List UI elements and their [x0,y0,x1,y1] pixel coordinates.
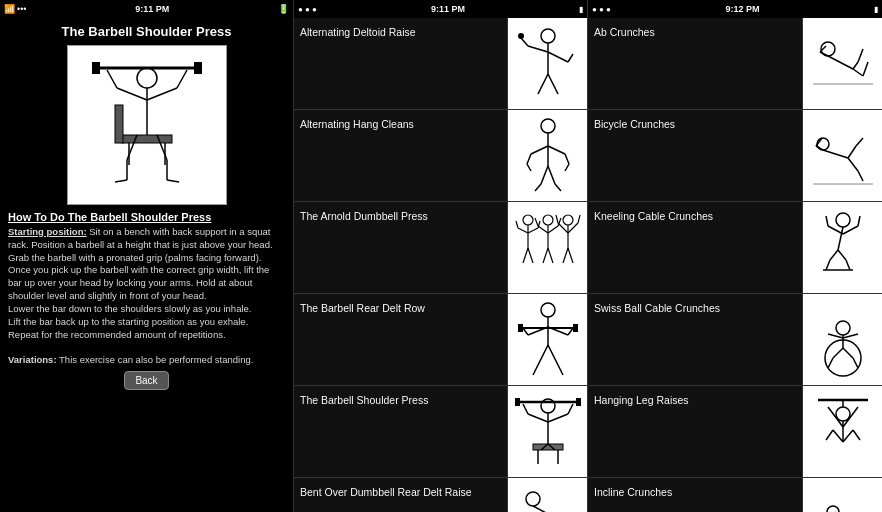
svg-rect-8 [194,62,202,74]
svg-line-60 [556,215,558,223]
svg-point-131 [836,321,850,335]
svg-line-127 [826,260,830,270]
svg-line-36 [541,166,548,184]
svg-line-80 [548,414,568,422]
svg-line-43 [528,228,538,233]
exercise-item-bicycle[interactable]: Bicycle Crunches [588,110,882,202]
left-panel: ‪📶 ••• 9:11 PM 🔋 The Barbell Shoulder Pr… [0,0,294,512]
exercise-item-shoulder-press[interactable]: The Barbell Shoulder Press [294,386,587,478]
right-bt-icon: ● ● ● [592,5,611,14]
exercise-item-hanging-leg[interactable]: Hanging Leg Raises [588,386,882,478]
exercise-name-bent-over: Bent Over Dumbbell Rear Delt Raise [300,486,472,500]
svg-line-125 [830,250,838,260]
svg-line-75 [533,365,538,375]
exercise-item-incline[interactable]: Incline Crunches [588,478,882,512]
svg-line-81 [523,404,528,414]
how-to-title: How To Do The Barbell Shoulder Press [8,211,285,223]
svg-line-37 [548,166,555,184]
time-right: 9:12 PM [725,4,759,14]
svg-line-51 [548,226,558,233]
exercise-name-swiss-ball: Swiss Ball Cable Crunches [594,302,720,316]
svg-line-124 [858,216,860,226]
svg-line-30 [531,146,548,154]
thumb-arnold [507,202,587,293]
exercise-name-shoulder-press: The Barbell Shoulder Press [300,394,428,408]
svg-line-62 [563,248,568,263]
exercise-name-bicycle: Bicycle Crunches [594,118,675,132]
right-status-icons-left: 🔋 [278,4,289,14]
svg-rect-12 [115,105,123,143]
svg-rect-85 [576,398,581,406]
middle-exercise-list: Alternating Deltoid Raise Alter [294,18,587,512]
middle-right-icons: ▮ [579,5,583,14]
middle-panel: ● ● ● 9:11 PM ▮ Alternating Deltoid Rais… [294,0,588,512]
exercise-name-kneeling: Kneeling Cable Crunches [594,210,713,224]
svg-line-138 [853,358,858,368]
thumb-deltoid [507,18,587,109]
back-button[interactable]: Back [124,371,168,390]
battery-icon-middle: ▮ [579,5,583,14]
thumb-bent-over [507,478,587,512]
status-bar-middle: ● ● ● 9:11 PM ▮ [294,0,587,18]
svg-line-105 [853,62,858,69]
svg-line-35 [565,164,569,171]
thumb-hang-cleans [507,110,587,201]
svg-line-24 [568,54,573,62]
exercise-name-incline: Incline Crunches [594,486,672,500]
svg-line-143 [828,407,843,427]
exercise-item-kneeling[interactable]: Kneeling Cable Crunches [588,202,882,294]
right-left-icons: ● ● ● [592,5,611,14]
svg-line-102 [828,56,853,69]
svg-line-144 [843,407,858,427]
svg-line-44 [516,221,518,228]
svg-line-3 [147,88,177,100]
svg-line-123 [826,216,828,226]
exercise-name-deltoid: Alternating Deltoid Raise [300,26,416,40]
right-right-icons: ▮ [874,5,878,14]
svg-point-25 [518,33,524,39]
exercise-item-arnold[interactable]: The Arnold Dumbbell Press [294,202,587,294]
svg-point-119 [836,213,850,227]
svg-line-32 [527,154,531,164]
svg-line-128 [846,260,850,270]
svg-line-92 [533,506,563,512]
svg-rect-9 [122,135,172,143]
svg-line-146 [843,430,853,442]
svg-line-27 [548,74,558,94]
svg-line-108 [863,62,868,76]
thumb-bicycle [802,110,882,201]
svg-line-82 [568,404,573,414]
main-exercise-title: The Barbell Shoulder Press [8,24,285,39]
exercise-item-bent-over[interactable]: Bent Over Dumbbell Rear Delt Raise [294,478,587,512]
svg-line-79 [528,414,548,422]
right-panel: ● ● ● 9:12 PM ▮ Ab Crunches [588,0,882,512]
exercise-item-ab-crunches[interactable]: Ab Crunches [588,18,882,110]
svg-line-23 [521,38,528,46]
exercise-name-hanging-leg: Hanging Leg Raises [594,394,689,408]
svg-point-150 [827,506,839,512]
thumb-swiss-ball [802,294,882,385]
exercise-description: Starting position: Sit on a bench with b… [8,226,285,367]
thumb-hanging-leg [802,386,882,477]
svg-line-73 [538,345,548,365]
battery-icon-left: 🔋 [278,4,289,14]
exercise-item-alternating-deltoid[interactable]: Alternating Deltoid Raise [294,18,587,110]
svg-line-34 [527,164,531,171]
exercise-item-hang-cleans[interactable]: Alternating Hang Cleans [294,110,587,202]
svg-line-74 [548,345,558,365]
svg-line-47 [528,248,533,263]
exercise-main-image [67,45,227,205]
svg-line-2 [117,88,147,100]
svg-line-26 [538,74,548,94]
left-content: The Barbell Shoulder Press [0,18,293,512]
svg-line-148 [853,430,860,440]
svg-rect-84 [515,398,520,406]
svg-point-19 [541,29,555,43]
svg-rect-7 [92,62,100,74]
exercise-item-rear-delt[interactable]: The Barbell Rear Delt Row [294,294,587,386]
svg-line-61 [578,215,580,223]
exercise-name-rear-delt: The Barbell Rear Delt Row [300,302,425,316]
exercise-item-swiss-ball[interactable]: Swiss Ball Cable Crunches [588,294,882,386]
svg-line-18 [167,180,179,182]
svg-point-0 [137,68,157,88]
